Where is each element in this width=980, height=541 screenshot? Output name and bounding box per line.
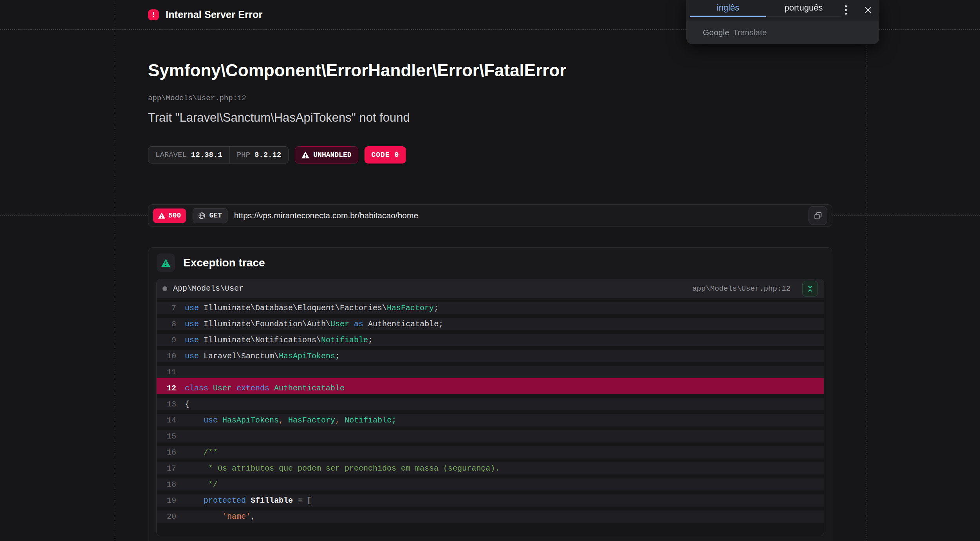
php-label: PHP [237,151,250,159]
code-line-text: use Illuminate\Database\Eloquent\Factori… [185,302,439,314]
frame-file-path: app\Models\User.php:12 [692,284,790,293]
code-line-highlighted: 12class User extends Authenticatable [157,378,824,394]
badges-row: LARAVEL 12.38.1 PHP 8.2.12 UNHANDLED COD… [148,146,406,164]
code-zero-badge: CODE 0 [365,146,406,164]
trace-section-header: Exception trace [148,248,832,277]
collapse-icon [807,285,814,293]
line-number: 11 [157,366,176,378]
code-line: 9use Illuminate\Notifications\Notifiable… [157,330,824,346]
globe-icon [198,212,206,219]
code-line-text: /** [185,446,218,458]
php-version: 8.2.12 [254,151,281,159]
code-line: 20 'name', [157,507,824,523]
unhandled-badge: UNHANDLED [295,146,358,164]
code-viewer: App\Models\User app\Models\User.php:12 7… [156,279,824,536]
code-line: 15 [157,426,824,442]
alert-icon: ! [148,9,159,20]
versions-pill: LARAVEL 12.38.1 PHP 8.2.12 [148,146,289,164]
warning-triangle-icon [301,151,309,158]
trace-section-title: Exception trace [183,257,265,269]
translate-tabs: inglês português [690,0,841,16]
line-number: 17 [157,462,176,474]
close-icon[interactable] [862,4,874,16]
topbar: ! Internal Server Error [148,0,262,29]
code-line: 18 */ [157,474,824,491]
trace-warning-icon-box [157,253,175,272]
code-line-text: use HasApiTokens, HasFactory, Notifiable… [185,414,396,426]
laravel-version-badge: LARAVEL 12.38.1 [148,147,229,163]
frame-class-name: App\Models\User [173,284,244,293]
line-number: 20 [157,510,176,523]
error-page: ! Internal Server Error inglês português [0,0,980,541]
code-line: 19 protected $fillable = [ [157,491,824,507]
code-line: 13{ [157,394,824,410]
translate-brand: Google Translate [686,21,879,44]
code-line-text: * Os atributos que podem ser preenchidos… [185,462,500,474]
line-number: 16 [157,446,176,458]
status-badge: 500 [153,208,186,223]
page-title: Internal Server Error [166,9,262,20]
code-line-text: class User extends Authenticatable [185,382,345,394]
method-badge: GET [193,208,227,223]
code-line: 16 /** [157,442,824,458]
line-number: 10 [157,350,176,362]
line-number: 13 [157,398,176,410]
right-guide-line [866,0,866,541]
line-number: 19 [157,494,176,507]
copy-icon [814,211,823,220]
line-number: 15 [157,430,176,442]
line-number: 18 [157,478,176,491]
frame-bullet-icon [162,286,167,291]
code-line-text: protected $fillable = [ [185,494,312,507]
code-line-text: */ [185,478,218,491]
code-line: 11 [157,362,824,378]
code-line: 7use Illuminate\Database\Eloquent\Factor… [157,298,824,314]
request-url: https://vps.miranteconecta.com.br/habita… [234,211,418,220]
exception-trace-card: Exception trace App\Models\User app\Mode… [148,247,832,541]
code-line: 8use Illuminate\Foundation\Auth\User as … [157,314,824,330]
code-line: 14 use HasApiTokens, HasFactory, Notifia… [157,410,824,426]
code-line-text: use Illuminate\Notifications\Notifiable; [185,334,373,346]
google-translate-popup: inglês português [686,0,879,44]
code-line-text: use Illuminate\Foundation\Auth\User as A… [185,318,443,330]
laravel-label: LARAVEL [155,151,187,159]
code-line: 17 * Os atributos que podem ser preenchi… [157,458,824,474]
warning-triangle-icon [158,212,165,219]
php-version-badge: PHP 8.2.12 [229,147,289,163]
exception-class-heading: Symfony\Component\ErrorHandler\Error\Fat… [148,61,566,80]
kebab-menu-icon[interactable] [840,4,852,16]
line-number: 14 [157,414,176,426]
exception-message: Trait "Laravel\Sanctum\HasApiTokens" not… [148,111,410,125]
request-bar: 500 GET https://vps.miranteconecta.com.b… [148,204,832,227]
code-line-text: { [185,398,190,410]
left-guide-line [115,0,115,541]
unhandled-label: UNHANDLED [313,151,351,159]
line-number: 7 [157,302,176,314]
line-number: 9 [157,334,176,346]
laravel-version: 12.38.1 [191,151,222,159]
code-body: 7use Illuminate\Database\Eloquent\Factor… [157,298,824,536]
code-line: 10use Laravel\Sanctum\HasApiTokens; [157,346,824,362]
translate-tabs-bar: inglês português [686,0,879,21]
line-number: 12 [157,382,176,394]
green-warning-triangle-icon [161,259,170,267]
tab-source-language[interactable]: inglês [690,0,766,17]
collapse-frame-button[interactable] [802,281,818,297]
brand-google: Google [703,28,729,37]
code-line-text: use Laravel\Sanctum\HasApiTokens; [185,350,340,362]
method-label: GET [209,212,222,219]
exception-file-location: app\Models\User.php:12 [148,94,246,102]
tab-target-language[interactable]: português [766,0,841,17]
line-number: 8 [157,318,176,330]
trace-frame-header[interactable]: App\Models\User app\Models\User.php:12 [157,279,824,298]
code-line-text: 'name', [185,510,255,523]
brand-translate: Translate [733,28,767,37]
status-code: 500 [168,212,181,219]
copy-url-button[interactable] [809,206,827,225]
